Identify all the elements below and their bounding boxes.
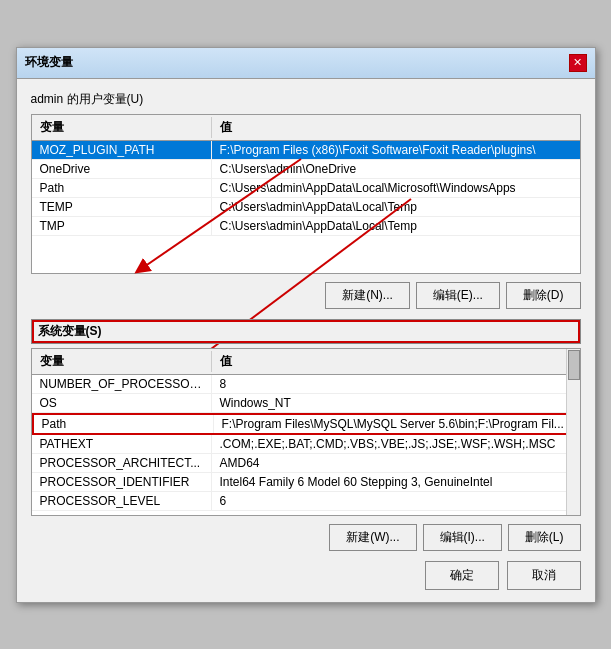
table-row[interactable]: NUMBER_OF_PROCESSORS 8 (32, 375, 580, 394)
confirm-button[interactable]: 确定 (425, 561, 499, 590)
highlight-border (32, 320, 580, 343)
user-row-2-var: Path (32, 179, 212, 197)
dialog-body: admin 的用户变量(U) 变量 值 MOZ_PLUGIN_PATH F:\P… (17, 79, 595, 602)
user-row-1-var: OneDrive (32, 160, 212, 178)
system-section-label: 系统变量(S) (38, 323, 102, 340)
sys-row-3-var: PATHEXT (32, 435, 212, 453)
sys-row-4-var: PROCESSOR_ARCHITECT... (32, 454, 212, 472)
table-row[interactable]: PATHEXT .COM;.EXE;.BAT;.CMD;.VBS;.VBE;.J… (32, 435, 580, 454)
user-new-button[interactable]: 新建(N)... (325, 282, 410, 309)
user-row-1-val: C:\Users\admin\OneDrive (212, 160, 580, 178)
system-new-button[interactable]: 新建(W)... (329, 524, 416, 551)
sys-row-3-val: .COM;.EXE;.BAT;.CMD;.VBS;.VBE;.JS;.JSE;.… (212, 435, 580, 453)
table-row[interactable]: OS Windows_NT (32, 394, 580, 413)
user-edit-button[interactable]: 编辑(E)... (416, 282, 500, 309)
user-row-2-val: C:\Users\admin\AppData\Local\Microsoft\W… (212, 179, 580, 197)
table-row[interactable]: TEMP C:\Users\admin\AppData\Local\Temp (32, 198, 580, 217)
table-row[interactable]: PROCESSOR_ARCHITECT... AMD64 (32, 454, 580, 473)
sys-row-1-var: OS (32, 394, 212, 412)
sys-row-5-val: Intel64 Family 6 Model 60 Stepping 3, Ge… (212, 473, 580, 491)
table-row[interactable]: PROCESSOR_LEVEL 6 (32, 492, 580, 511)
system-variables-table: 变量 值 NUMBER_OF_PROCESSORS 8 OS Windows_N… (31, 348, 581, 516)
system-edit-button[interactable]: 编辑(I)... (423, 524, 502, 551)
table-row[interactable]: MOZ_PLUGIN_PATH F:\Program Files (x86)\F… (32, 141, 580, 160)
sys-row-1-val: Windows_NT (212, 394, 580, 412)
table-row[interactable]: Path C:\Users\admin\AppData\Local\Micros… (32, 179, 580, 198)
user-row-3-val: C:\Users\admin\AppData\Local\Temp (212, 198, 580, 216)
system-col-val: 值 (212, 351, 580, 372)
user-delete-button[interactable]: 删除(D) (506, 282, 581, 309)
table-row[interactable]: OneDrive C:\Users\admin\OneDrive (32, 160, 580, 179)
environment-variables-dialog: 环境变量 ✕ admin 的用户变量(U) 变量 值 MOZ_PLUGIN_PA… (16, 47, 596, 603)
table-row[interactable]: Path F:\Program Files\MySQL\MySQL Server… (32, 413, 580, 435)
user-row-4-val: C:\Users\admin\AppData\Local\Temp (212, 217, 580, 235)
user-row-0-var: MOZ_PLUGIN_PATH (32, 141, 212, 159)
user-row-3-var: TEMP (32, 198, 212, 216)
scrollbar[interactable] (566, 349, 580, 515)
user-col-val: 值 (212, 117, 580, 138)
table-row[interactable]: PROCESSOR_IDENTIFIER Intel64 Family 6 Mo… (32, 473, 580, 492)
sys-row-0-var: NUMBER_OF_PROCESSORS (32, 375, 212, 393)
table-row[interactable]: TMP C:\Users\admin\AppData\Local\Temp (32, 217, 580, 236)
sys-row-2-val: F:\Program Files\MySQL\MySQL Server 5.6\… (214, 415, 578, 433)
system-table-header: 变量 值 (32, 349, 580, 375)
system-delete-button[interactable]: 删除(L) (508, 524, 581, 551)
sys-row-4-val: AMD64 (212, 454, 580, 472)
dialog-title: 环境变量 (25, 54, 73, 71)
cancel-button[interactable]: 取消 (507, 561, 581, 590)
footer-buttons: 确定 取消 (31, 561, 581, 590)
user-row-4-var: TMP (32, 217, 212, 235)
user-buttons-row: 新建(N)... 编辑(E)... 删除(D) (31, 282, 581, 309)
user-row-0-val: F:\Program Files (x86)\Foxit Software\Fo… (212, 141, 580, 159)
sys-row-2-var: Path (34, 415, 214, 433)
close-button[interactable]: ✕ (569, 54, 587, 72)
user-section-label: admin 的用户变量(U) (31, 91, 581, 108)
sys-row-6-val: 6 (212, 492, 580, 510)
sys-row-0-val: 8 (212, 375, 580, 393)
sys-row-6-var: PROCESSOR_LEVEL (32, 492, 212, 510)
user-table-header: 变量 值 (32, 115, 580, 141)
user-col-var: 变量 (32, 117, 212, 138)
sys-row-5-var: PROCESSOR_IDENTIFIER (32, 473, 212, 491)
title-bar: 环境变量 ✕ (17, 48, 595, 79)
system-col-var: 变量 (32, 351, 212, 372)
system-buttons-row: 新建(W)... 编辑(I)... 删除(L) (31, 524, 581, 551)
system-section-header: 系统变量(S) (31, 319, 581, 344)
user-variables-table: 变量 值 MOZ_PLUGIN_PATH F:\Program Files (x… (31, 114, 581, 274)
